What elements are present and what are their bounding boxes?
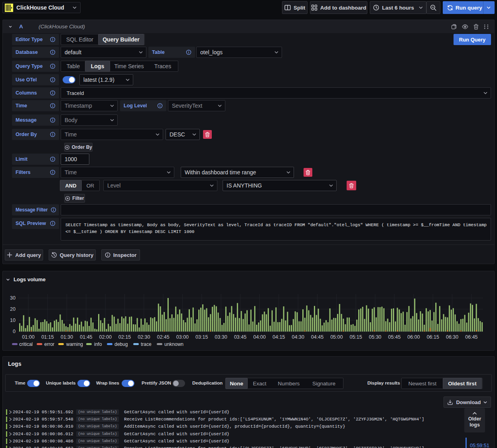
svg-text:critical: critical <box>19 341 33 347</box>
svg-text:05:30: 05:30 <box>369 334 381 340</box>
svg-text:05:45: 05:45 <box>388 334 400 340</box>
svg-text:04:15: 04:15 <box>272 334 285 340</box>
svg-text:03:45: 03:45 <box>234 334 247 340</box>
svg-text:06:30: 06:30 <box>446 334 458 340</box>
svg-text:03:15: 03:15 <box>195 334 208 340</box>
svg-text:trace: trace <box>141 341 152 347</box>
svg-text:error: error <box>44 341 54 347</box>
svg-text:02:00: 02:00 <box>99 334 112 340</box>
svg-text:06:00: 06:00 <box>407 334 420 340</box>
svg-text:20: 20 <box>10 306 16 312</box>
svg-text:04:45: 04:45 <box>311 334 323 340</box>
svg-text:01:30: 01:30 <box>61 334 73 340</box>
svg-text:05:15: 05:15 <box>349 334 362 340</box>
svg-text:02:15: 02:15 <box>118 334 131 340</box>
svg-text:10: 10 <box>10 318 16 323</box>
svg-text:04:30: 04:30 <box>292 334 304 340</box>
svg-text:05:00: 05:00 <box>330 334 343 340</box>
svg-text:02:45: 02:45 <box>157 334 169 340</box>
svg-text:03:00: 03:00 <box>176 334 189 340</box>
svg-text:30: 30 <box>10 295 16 301</box>
svg-text:06:15: 06:15 <box>427 334 439 340</box>
svg-text:warning: warning <box>66 341 83 347</box>
svg-text:0: 0 <box>13 329 16 334</box>
svg-text:01:45: 01:45 <box>80 334 92 340</box>
svg-text:04:00: 04:00 <box>253 334 266 340</box>
svg-text:debug: debug <box>114 341 128 347</box>
svg-text:06:45: 06:45 <box>465 334 477 340</box>
svg-text:02:30: 02:30 <box>138 334 150 340</box>
svg-text:info: info <box>94 341 102 347</box>
svg-text:01:00: 01:00 <box>22 334 34 340</box>
svg-text:01:15: 01:15 <box>41 334 54 340</box>
svg-text:unknown: unknown <box>164 341 183 347</box>
svg-text:03:30: 03:30 <box>215 334 227 340</box>
